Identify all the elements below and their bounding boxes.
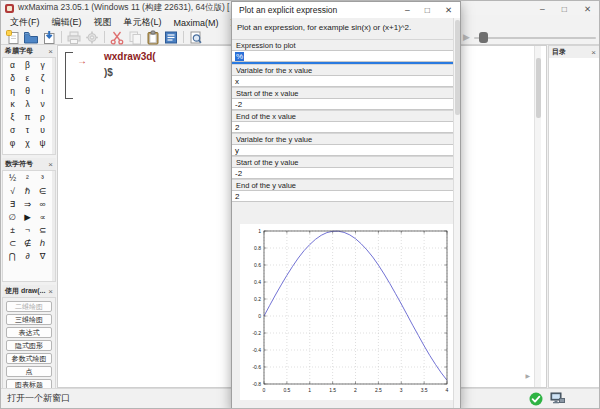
- greek-letter-button[interactable]: γ: [35, 59, 50, 72]
- greek-letter-button[interactable]: η: [5, 85, 20, 98]
- maximize-icon[interactable]: □: [562, 4, 567, 14]
- math-symbol-button[interactable]: ∅: [5, 211, 20, 224]
- field-input[interactable]: -2: [232, 167, 453, 179]
- draw-button-三维绘图[interactable]: 三维绘图: [6, 314, 52, 325]
- wxmaxima-window: wxMaxima 23.05.1 (Windows 11 (构建 22631),…: [0, 0, 600, 409]
- animation-slider[interactable]: [474, 37, 596, 39]
- field-input[interactable]: %: [232, 50, 453, 62]
- field-input[interactable]: 2: [232, 121, 453, 133]
- play-icon[interactable]: ▶: [463, 33, 470, 42]
- math-symbol-button[interactable]: ±: [5, 224, 20, 237]
- svg-text:0: 0: [263, 387, 266, 393]
- close-icon[interactable]: ×: [48, 160, 53, 169]
- scrollbar-thumb[interactable]: [455, 20, 460, 115]
- close-icon[interactable]: ×: [48, 287, 53, 296]
- menu-item-E[interactable]: 编辑(E): [46, 15, 88, 30]
- svg-text:-0.4: -0.4: [252, 347, 261, 353]
- open-file-icon[interactable]: [22, 30, 40, 45]
- dialog-description: Plot an expression, for example sin(x) o…: [237, 23, 450, 32]
- save-icon[interactable]: [40, 30, 58, 45]
- code-line[interactable]: wxdraw3d(: [104, 51, 156, 62]
- math-symbol-button[interactable]: ℏ: [20, 185, 35, 198]
- scrollbar[interactable]: [52, 58, 55, 154]
- scrollbar[interactable]: [52, 171, 55, 281]
- greek-letter-button[interactable]: α: [5, 59, 20, 72]
- greek-letter-button[interactable]: ρ: [35, 111, 50, 124]
- greek-letter-button[interactable]: σ: [5, 124, 20, 137]
- math-symbol-button[interactable]: ¬: [20, 224, 35, 237]
- greek-letter-button[interactable]: θ: [20, 85, 35, 98]
- math-symbol-button[interactable]: ⊂: [5, 237, 20, 250]
- cut-icon[interactable]: [108, 30, 126, 45]
- field-input[interactable]: x: [232, 75, 453, 87]
- minimize-icon[interactable]: –: [405, 5, 410, 15]
- close-icon[interactable]: ✕: [445, 5, 452, 15]
- greek-letter-button[interactable]: κ: [5, 98, 20, 111]
- greek-letter-button[interactable]: β: [20, 59, 35, 72]
- menu-item-L[interactable]: 单元格(L): [118, 15, 168, 30]
- minimize-icon[interactable]: –: [540, 4, 545, 14]
- menu-item-[interactable]: 视图: [88, 15, 118, 30]
- greek-letter-button[interactable]: ζ: [35, 72, 50, 85]
- field-label: Start of the x value: [232, 87, 453, 98]
- greek-letter-button[interactable]: χ: [20, 137, 35, 150]
- greek-letter-button[interactable]: υ: [35, 124, 50, 137]
- close-icon[interactable]: ×: [591, 48, 596, 57]
- draw-button-隐式图形[interactable]: 隐式图形: [6, 340, 52, 351]
- greek-letter-button[interactable]: ψ: [35, 137, 50, 150]
- greek-letter-button[interactable]: ν: [35, 98, 50, 111]
- vertical-scrollbar[interactable]: [534, 46, 541, 387]
- scrollbar-thumb[interactable]: [536, 58, 541, 118]
- svg-text:0.6: 0.6: [254, 262, 261, 268]
- greek-letter-button[interactable]: π: [20, 111, 35, 124]
- math-symbol-button[interactable]: ℎ: [35, 237, 50, 250]
- math-symbol-button[interactable]: ∈: [35, 185, 50, 198]
- math-symbol-button[interactable]: ∉: [20, 237, 35, 250]
- math-symbol-button[interactable]: ∂: [20, 250, 35, 263]
- greek-letter-button[interactable]: φ: [5, 137, 20, 150]
- greek-letter-button[interactable]: ι: [35, 85, 50, 98]
- math-symbol-button[interactable]: ⇒: [20, 198, 35, 211]
- field-input[interactable]: y: [232, 144, 453, 156]
- math-symbol-button[interactable]: ∝: [35, 211, 50, 224]
- math-symbols-panel: 数学符号 × ½²³√ℏ∈∃⇒∞∅▶∝±¬⊆⊂∉ℎ⋂∂∇: [2, 158, 56, 282]
- menu-item-MaximaM[interactable]: Maxima(M): [168, 15, 225, 30]
- field-input[interactable]: -2: [232, 98, 453, 110]
- menu-item-F[interactable]: 文件(F): [4, 15, 46, 30]
- draw-button-表达式[interactable]: 表达式: [6, 327, 52, 338]
- close-icon[interactable]: ✕: [584, 4, 591, 14]
- greek-letter-button[interactable]: τ: [20, 124, 35, 137]
- toc-panel-title: 目录: [552, 47, 566, 57]
- draw-button-点[interactable]: 点: [6, 366, 52, 377]
- slider-thumb-icon[interactable]: [479, 32, 488, 43]
- dialog-window-controls: – □ ✕: [405, 5, 452, 15]
- code-line[interactable]: )$: [104, 67, 113, 78]
- math-symbol-button[interactable]: ²: [20, 172, 35, 185]
- greek-letter-button[interactable]: ε: [20, 72, 35, 85]
- greek-letter-button[interactable]: δ: [5, 72, 20, 85]
- symbols-panel-title: 数学符号: [5, 159, 33, 169]
- math-symbol-button[interactable]: ▶: [20, 211, 35, 224]
- dialog-scrollbar[interactable]: [453, 18, 460, 409]
- text-style-icon[interactable]: [162, 30, 180, 45]
- math-symbol-button[interactable]: ⋂: [5, 250, 20, 263]
- math-symbol-button[interactable]: ∃: [5, 198, 20, 211]
- maximize-icon[interactable]: □: [425, 5, 430, 15]
- draw-button-参数式绘图[interactable]: 参数式绘图: [6, 353, 52, 364]
- new-document-icon[interactable]: [4, 30, 22, 45]
- cell-bracket[interactable]: [65, 52, 73, 99]
- close-icon[interactable]: ×: [48, 47, 53, 56]
- math-symbol-button[interactable]: ½: [5, 172, 20, 185]
- math-symbol-button[interactable]: ⊆: [35, 224, 50, 237]
- paste-icon[interactable]: [144, 30, 162, 45]
- svg-text:1.5: 1.5: [329, 387, 336, 393]
- field-input[interactable]: 2: [232, 190, 453, 202]
- math-symbol-button[interactable]: ∇: [35, 250, 50, 263]
- math-symbol-button[interactable]: √: [5, 185, 20, 198]
- greek-letter-button[interactable]: λ: [20, 98, 35, 111]
- find-icon[interactable]: [187, 30, 205, 45]
- greek-letter-button[interactable]: ξ: [5, 111, 20, 124]
- selected-text: %: [235, 52, 244, 61]
- math-symbol-button[interactable]: ³: [35, 172, 50, 185]
- math-symbol-button[interactable]: ∞: [35, 198, 50, 211]
